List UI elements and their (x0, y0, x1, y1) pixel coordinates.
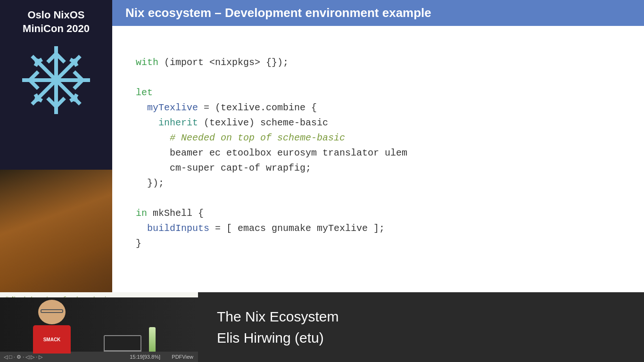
laptop-screen (105, 336, 140, 350)
code-close2: } (136, 238, 141, 249)
code-close1: }); (136, 178, 164, 189)
code-in: in (136, 208, 147, 219)
code-brace1: { (305, 102, 317, 113)
speaker-shirt: SMACK (33, 325, 71, 354)
speaker-head (38, 300, 66, 324)
presenter-line1: The Nix Ecosystem (217, 306, 625, 327)
code-eq1: = (texlive (198, 102, 260, 113)
speaker-glasses (41, 309, 63, 313)
speaker-figure: SMACK (28, 300, 75, 352)
code-comment: # Needed on top of scheme-basic (136, 132, 345, 143)
laptop (104, 335, 141, 352)
code-mytexlive: myTexlive (136, 102, 198, 113)
presenter-info: The Nix Ecosystem Elis Hirwing (etu) (198, 292, 644, 362)
code-import: (import <nixpkgs> {}); (158, 57, 289, 68)
pdf-status: 15:19[93.8%] (130, 354, 160, 360)
code-brace2: { (192, 208, 204, 219)
bottle (149, 327, 156, 352)
code-dot: . (260, 102, 266, 113)
code-block: with (import <nixpkgs> {}); let myTexliv… (136, 40, 620, 266)
sidebar: Oslo NixOS MiniCon 2020 (0, 0, 112, 292)
webcam-section: # Needed on top of scheme-basic beamer e… (0, 292, 198, 362)
code-inherit-rest: (texlive) scheme-basic (198, 117, 328, 128)
pdf-toolbar: ◁ □ · ⚙ · ◁ ▷ · ▷ 15:19[93.8%] PDFView (0, 352, 198, 362)
presenter-line2: Elis Hirwing (etu) (217, 327, 625, 348)
code-with: with (136, 57, 158, 68)
sidebar-title: Oslo NixOS MiniCon 2020 (23, 8, 90, 35)
code-pkgs2: cm-super capt-of wrapfig; (136, 163, 311, 173)
pdf-nav-icons: ◁ □ · ⚙ · ◁ ▷ · ▷ (4, 354, 42, 360)
slide-header: Nix ecosystem – Development environment … (112, 0, 644, 26)
code-eq2: = [ emacs gnumake myTexlive ]; (209, 223, 385, 234)
shirt-text: SMACK (43, 337, 61, 342)
sidebar-gradient (0, 170, 112, 292)
speaker-bg: SMACK (0, 297, 198, 352)
main-area: Oslo NixOS MiniCon 2020 (0, 0, 644, 292)
presenter-title: The Nix Ecosystem Elis Hirwing (etu) (217, 306, 625, 348)
slide-area: Nix ecosystem – Development environment … (112, 0, 644, 292)
pdf-app: PDFView (172, 354, 193, 360)
bottom-bar: # Needed on top of scheme-basic beamer e… (0, 292, 644, 362)
code-buildinputs: buildInputs (136, 223, 209, 234)
code-let: let (136, 87, 153, 98)
code-mkshell: mkShell (147, 208, 192, 219)
code-inherit: inherit (136, 117, 198, 128)
snowflake-logo (18, 42, 94, 118)
code-combine: combine (266, 102, 305, 113)
code-pkgs1: beamer ec etoolbox eurosym translator ul… (136, 148, 407, 158)
slide-content: with (import <nixpkgs> {}); let myTexliv… (112, 26, 644, 292)
